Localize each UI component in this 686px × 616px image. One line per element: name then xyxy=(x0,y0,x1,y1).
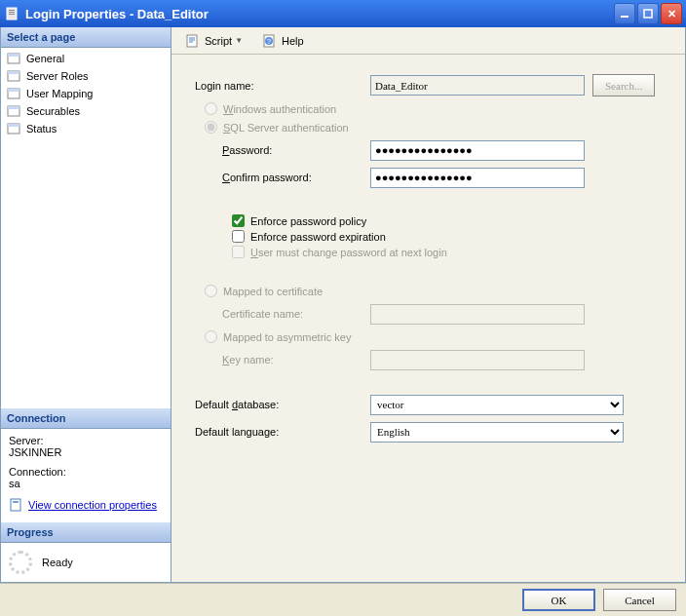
progress-spinner-icon xyxy=(9,551,32,574)
enforce-policy-checkbox[interactable]: Enforce password policy xyxy=(232,214,662,227)
login-name-label: Login name: xyxy=(195,80,370,92)
view-connection-link-text[interactable]: View connection properties xyxy=(28,499,157,511)
enforce-expiration-checkbox[interactable]: Enforce password expiration xyxy=(232,230,662,243)
window-title: Login Properties - Data_Editor xyxy=(25,7,614,21)
sidebar: Select a page General Server Roles User … xyxy=(1,27,172,582)
page-item-server-roles[interactable]: Server Roles xyxy=(1,67,171,85)
svg-rect-16 xyxy=(11,499,20,511)
key-name-label: Key name: xyxy=(195,354,370,366)
confirm-password-field[interactable] xyxy=(370,168,585,188)
server-label: Server: xyxy=(9,435,163,446)
must-change-checkbox: User must change password at next login xyxy=(232,246,662,258)
page-icon xyxy=(7,52,22,65)
page-label: Status xyxy=(26,123,57,135)
script-icon xyxy=(185,33,201,49)
progress-status: Ready xyxy=(42,557,73,568)
help-icon: ? xyxy=(262,33,278,49)
svg-text:?: ? xyxy=(267,38,271,45)
cancel-button[interactable]: Cancel xyxy=(603,589,676,611)
svg-rect-9 xyxy=(8,71,19,74)
svg-rect-18 xyxy=(187,35,197,47)
connection-properties-icon xyxy=(9,497,24,513)
minimize-button[interactable] xyxy=(614,3,635,24)
password-label: Password: xyxy=(195,144,370,156)
must-change-checkbox-input xyxy=(232,246,245,258)
mapped-cert-radio-input xyxy=(205,285,217,297)
confirm-password-label: Confirm password: xyxy=(195,172,370,183)
select-page-header: Select a page xyxy=(1,27,171,48)
svg-rect-17 xyxy=(13,501,19,503)
app-icon xyxy=(4,6,19,21)
svg-rect-15 xyxy=(8,124,19,127)
connection-value: sa xyxy=(9,478,163,489)
enforce-expiration-checkbox-input[interactable] xyxy=(232,230,245,243)
help-label: Help xyxy=(282,35,304,47)
svg-rect-11 xyxy=(8,89,19,92)
page-icon xyxy=(7,87,22,100)
page-item-status[interactable]: Status xyxy=(1,120,171,137)
connection-header: Connection xyxy=(1,408,171,429)
page-label: General xyxy=(26,53,64,64)
page-icon xyxy=(7,104,22,118)
cert-name-label: Certificate name: xyxy=(195,308,370,320)
mapped-asym-radio: Mapped to asymmetric key xyxy=(205,330,662,343)
login-name-field[interactable] xyxy=(370,75,585,96)
form-area: Login name: Search... Windows authentica… xyxy=(172,55,685,582)
sql-auth-radio: SQL Server authentication xyxy=(205,121,662,134)
svg-rect-5 xyxy=(644,10,652,18)
page-item-securables[interactable]: Securables xyxy=(1,102,171,120)
connection-label: Connection: xyxy=(9,466,163,478)
default-lang-select[interactable]: English xyxy=(370,422,624,443)
sql-auth-radio-input xyxy=(205,121,217,134)
svg-rect-4 xyxy=(621,16,629,18)
default-db-label: Default database: xyxy=(195,399,370,410)
mapped-asym-radio-input xyxy=(205,330,217,343)
page-label: Server Roles xyxy=(26,70,89,82)
ok-button[interactable]: OK xyxy=(522,589,595,611)
page-icon xyxy=(7,122,22,135)
svg-rect-13 xyxy=(8,106,19,109)
page-label: Securables xyxy=(26,105,80,117)
default-lang-label: Default language: xyxy=(195,426,370,438)
help-button[interactable]: ? Help xyxy=(258,31,308,51)
server-value: JSKINNER xyxy=(9,446,163,458)
svg-rect-1 xyxy=(9,10,15,11)
script-button[interactable]: Script ▼ xyxy=(181,31,247,51)
maximize-button[interactable] xyxy=(637,3,659,24)
svg-rect-3 xyxy=(9,14,15,15)
progress-header: Progress xyxy=(1,522,171,543)
search-button: Search... xyxy=(592,74,655,96)
enforce-policy-checkbox-input[interactable] xyxy=(232,214,245,227)
page-icon xyxy=(7,69,22,83)
button-bar: OK Cancel xyxy=(0,583,686,616)
windows-auth-radio: Windows authentication xyxy=(205,102,662,115)
mapped-cert-radio: Mapped to certificate xyxy=(205,285,662,297)
key-name-field xyxy=(370,350,585,370)
cert-name-field xyxy=(370,304,585,325)
script-dropdown-caret-icon: ▼ xyxy=(235,36,243,45)
svg-rect-2 xyxy=(9,12,15,13)
main-panel: Script ▼ ? Help Login name: Search... Wi… xyxy=(172,27,685,582)
titlebar[interactable]: Login Properties - Data_Editor ✕ xyxy=(0,0,686,27)
view-connection-link[interactable]: View connection properties xyxy=(9,497,163,513)
page-list: General Server Roles User Mapping Secura… xyxy=(1,48,171,139)
page-label: User Mapping xyxy=(26,88,93,99)
page-item-general[interactable]: General xyxy=(1,50,171,67)
default-db-select[interactable]: vector xyxy=(370,395,624,415)
script-label: Script xyxy=(205,35,232,47)
windows-auth-radio-input xyxy=(205,102,217,115)
toolbar: Script ▼ ? Help xyxy=(172,27,685,55)
page-item-user-mapping[interactable]: User Mapping xyxy=(1,85,171,102)
password-field[interactable] xyxy=(370,140,585,161)
close-button[interactable]: ✕ xyxy=(661,3,682,24)
svg-rect-7 xyxy=(8,54,19,57)
